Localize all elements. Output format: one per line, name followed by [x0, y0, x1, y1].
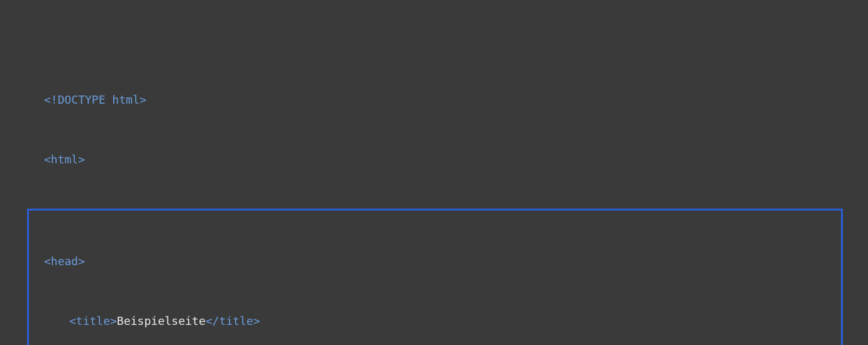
- code-line-4: <title>Beispielseite</title>: [44, 311, 841, 331]
- code-block: <!DOCTYPE html> <html> <head> <title>Bei…: [44, 50, 824, 345]
- code-line-3: <head>: [44, 251, 841, 271]
- code-line-1: <!DOCTYPE html>: [44, 90, 824, 110]
- title-close-tag: </title>: [206, 314, 260, 327]
- code-line-2: <html>: [44, 150, 824, 170]
- head-open-tag: <head>: [44, 255, 85, 268]
- doctype-tag: <!DOCTYPE html>: [44, 93, 147, 106]
- highlighted-head-section: <head> <title>Beispielseite</title> <lin…: [27, 209, 843, 345]
- title-open-tag: <title>: [69, 314, 117, 327]
- title-text: Beispielseite: [117, 314, 206, 327]
- html-open-tag: <html>: [44, 153, 85, 166]
